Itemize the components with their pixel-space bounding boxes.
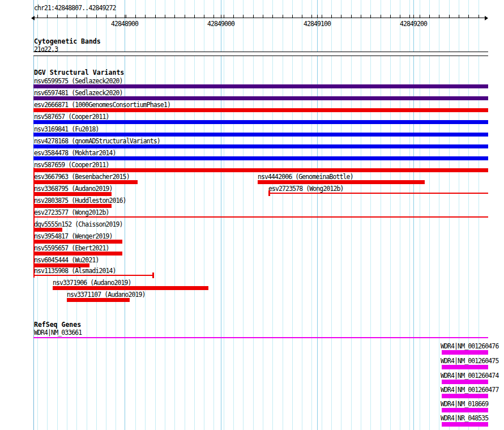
variant-label[interactable]: nsv6599575 (Sedlazeck2020) [34,78,123,84]
variant-bar[interactable] [33,120,488,124]
variant-line[interactable] [33,216,488,218]
ruler-tick [224,15,224,18]
transcript-label[interactable]: WDR4|NM_001260475 [441,357,498,364]
left-clip-line [33,168,35,278]
transcript-label[interactable]: WDR4|NM_018669 [441,401,488,407]
variant-bar[interactable] [33,204,112,208]
variant-bar[interactable] [67,298,130,302]
variant-label[interactable]: nsv4442006 (GenomeinaBottle) [258,173,353,180]
variant-bar[interactable] [33,168,488,172]
grid-minor-line [400,0,400,430]
grid-minor-line [361,0,361,430]
grid-minor-line [292,0,293,430]
grid-minor-line [302,0,302,430]
variant-label[interactable]: esv3584478 (Mokhtar2014) [34,150,116,156]
grid-minor-line [233,0,234,430]
variant-label[interactable]: dgv5555n152 (Chaisson2019) [34,221,123,228]
transcript-label[interactable]: WDR4|NM_001260477 [441,386,498,393]
variant-label[interactable]: esv2723578 (Wong2012b) [268,185,344,192]
grid-minor-line [322,0,322,430]
grid-minor-line [204,0,204,430]
variant-label[interactable]: nsv5595657 (Ebert2021) [34,245,109,252]
ruler-tick-label: 42849200 [400,20,427,28]
ruler-tick [96,15,97,18]
variant-bar[interactable] [53,286,208,290]
variant-label[interactable]: nsv1135908 (Alsmadi2014) [34,267,116,274]
grid-minor-line [145,0,146,430]
grid-minor-line [165,0,165,430]
variant-label[interactable]: nsv3371906 (Audano2019) [53,279,131,286]
ruler-tick [243,15,244,18]
variant-label[interactable]: nsv4278168 (gnomADStructuralVariants) [34,138,160,144]
grid-minor-line [341,0,341,430]
ruler-tick [204,15,204,18]
transcript-bar[interactable] [442,394,488,398]
grid-minor-line [390,0,391,430]
variant-bar[interactable] [33,84,488,88]
transcript-label[interactable]: WDR4|NR_048535 [441,415,488,422]
transcript-bar[interactable] [442,408,488,412]
ruler-tick [390,15,391,18]
cytoband-box[interactable] [33,52,488,56]
ruler-tick [87,15,87,18]
transcript-bar[interactable] [442,422,488,427]
ruler-tick [135,15,136,18]
variant-start-tick [268,190,270,196]
variant-bar[interactable] [33,180,138,184]
gene-label[interactable]: WDR4|NM_033661 [34,329,82,336]
variant-label[interactable]: nsv3954817 (Wenger2019) [34,233,113,240]
section-title-cytobands: Cytogenetic Bands [34,38,101,45]
grid-minor-line [420,0,420,430]
variant-bar[interactable] [33,144,488,148]
grid-minor-line [439,0,439,430]
variant-bar[interactable] [33,96,488,100]
ruler-left-arrow-icon [31,16,35,20]
transcript-label[interactable]: WDR4|NM_001260476 [441,343,498,350]
grid-minor-line [174,0,175,430]
transcript-bar[interactable] [442,350,488,355]
grid-major-line [125,0,125,430]
transcript-bar[interactable] [442,380,488,384]
variant-label[interactable]: nsv587659 (Cooper2011) [34,161,109,168]
variant-bar[interactable] [33,133,488,137]
ruler-tick [233,15,234,18]
variant-label[interactable]: nsv587657 (Cooper2011) [34,113,109,120]
ruler-tick [449,15,450,18]
transcript-label[interactable]: WDR4|NM_001260474 [441,372,498,379]
variant-label[interactable]: esv2666871 (1000GenomesConsortiumPhase1) [34,101,170,108]
variant-label[interactable]: nsv3368795 (Audano2019) [34,185,113,192]
ruler-tick [420,15,420,18]
variant-label[interactable]: nsv2803875 (Huddleston2016) [34,197,126,204]
variant-label[interactable]: nsv3371107 (Audano2019) [67,291,146,298]
grid-major-line [413,0,414,430]
variant-line[interactable] [268,193,488,194]
ruler-tick [57,15,58,18]
variant-bar[interactable] [33,108,488,112]
variant-bar[interactable] [258,180,425,184]
ruler-axis-line [35,18,485,18]
transcript-bar[interactable] [442,365,488,369]
ruler-tick [413,15,414,18]
ruler-tick [400,15,400,18]
ruler-tick [283,15,283,18]
variant-label[interactable]: esv3667963 (Besenbacher2015) [34,173,130,180]
variant-line[interactable] [33,275,153,276]
variant-label[interactable]: esv2723577 (Wong2012b) [34,209,109,216]
variant-bar[interactable] [33,228,62,232]
variant-label[interactable]: nsv6045444 (Wu2021) [34,257,99,263]
ruler-tick-label: 42849000 [207,20,234,28]
ruler-tick [116,15,116,18]
grid-minor-line [283,0,283,430]
ruler-tick [317,15,318,18]
gene-line[interactable] [33,337,488,338]
variant-bar[interactable] [33,156,488,160]
variant-label[interactable]: nsv6597481 (Sedlazeck2020) [34,90,123,96]
grid-minor-line [381,0,381,430]
ruler-tick [37,15,38,18]
variant-bar[interactable] [33,192,112,196]
variant-bar[interactable] [33,252,122,256]
variant-bar[interactable] [33,240,122,244]
ruler-tick [126,15,126,18]
ruler-right-arrow-icon [485,16,488,20]
variant-label[interactable]: nsv3169841 (Fu2018) [34,126,99,133]
